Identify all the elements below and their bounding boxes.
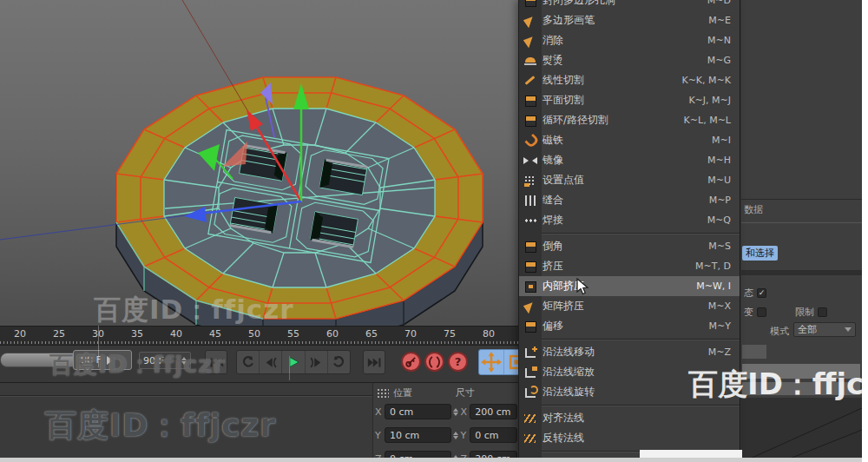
animation-toolbar: 90 F 90 F	[0, 345, 518, 382]
menu-item-set-point-value[interactable]: 设置点值 M~U	[519, 170, 740, 190]
position-x-spinner[interactable]	[453, 408, 458, 416]
scale-tool-button[interactable]	[504, 350, 518, 374]
field-block[interactable]	[742, 345, 766, 359]
axis-label-y: Y	[375, 430, 383, 441]
menu-item-smooth-shift[interactable]: 偏移 M~Y	[519, 316, 740, 336]
position-y-spinner[interactable]	[453, 432, 458, 439]
menu-item-close-polygon-hole[interactable]: 封闭多边形孔洞 M~D	[519, 0, 740, 10]
previous-key-button[interactable]	[237, 351, 260, 373]
next-key-button[interactable]	[328, 351, 350, 373]
menu-item-align-normals[interactable]: 对齐法线	[519, 408, 740, 428]
menu-item-polygon-pen[interactable]: 多边形画笔 M~E	[519, 10, 740, 30]
ruler-tick-dots	[0, 341, 518, 344]
end-frame-field[interactable]: 90 F	[139, 352, 191, 369]
checkbox-checked[interactable]: ✓	[757, 288, 766, 298]
move-tool-button[interactable]	[479, 350, 504, 374]
menu-item-label: 封闭多边形孔洞	[542, 0, 707, 8]
menu-separator	[519, 230, 740, 236]
previous-key-icon	[241, 356, 254, 369]
menu-item-label: 平面切割	[542, 93, 688, 108]
menu-item-line-cut[interactable]: 线性切割 K~K, M~K	[519, 70, 740, 90]
menu-item-plane-cut[interactable]: 平面切割 K~J, M~J	[519, 90, 740, 110]
set-point-value-icon	[523, 174, 538, 188]
menu-item-shortcut: M~G	[707, 55, 731, 66]
menu-item-dissolve[interactable]: 消除 M~N	[519, 30, 740, 50]
goto-start-button[interactable]	[205, 350, 227, 374]
size-x-field[interactable]: 200 cm	[470, 404, 517, 419]
frame-spinner[interactable]	[181, 357, 187, 365]
menu-item-weld[interactable]: 焊接 M~Q	[519, 210, 740, 230]
grid-icon	[377, 388, 389, 398]
viewport-3d[interactable]	[0, 0, 518, 326]
axis-label-x: X	[375, 406, 383, 418]
size-y-field[interactable]: 0 cm	[470, 427, 517, 443]
field-bar[interactable]	[742, 364, 860, 379]
record-active-objects-button[interactable]	[401, 352, 421, 372]
position-x-field[interactable]: 0 cm	[385, 404, 451, 419]
menu-separator	[519, 336, 740, 342]
goto-end-button[interactable]	[363, 350, 385, 374]
previous-frame-button[interactable]	[260, 351, 282, 373]
menu-item-move-along-normals[interactable]: 沿法线移动 M~Z	[519, 342, 740, 362]
autokeying-button[interactable]	[424, 352, 444, 372]
ruler-tick: 70	[404, 328, 417, 340]
ruler-tick: 60	[326, 328, 339, 340]
menu-item-matrix-extrude[interactable]: 矩阵挤压 M~X	[519, 296, 740, 316]
edit-context-menu: 封闭多边形孔洞 M~D 多边形画笔 M~E 消除 M~N 熨烫 M~G 线性切割…	[518, 0, 740, 462]
timeline-slider-handle[interactable]: 90 F	[73, 350, 132, 370]
menu-item-shortcut: M~Q	[707, 214, 731, 226]
menu-item-label: 倒角	[542, 239, 708, 254]
coordinates-panel: 位置 尺寸 X 0 cm X 200 cm Y 10 cm Y 0 cm Z 0…	[372, 382, 518, 462]
play-button[interactable]	[282, 351, 305, 373]
plane-cut-icon	[523, 94, 538, 108]
ruler-tick: 65	[365, 328, 378, 340]
application-window: 百度ID：ffjczr 百度ID：ffjczr 百度ID：ffjczr 20 2…	[0, 0, 868, 462]
menu-item-extrude-inner[interactable]: 内部挤压 M~W, I	[519, 276, 740, 296]
menu-item-reverse-normals[interactable]: 反转法线	[519, 428, 740, 448]
menu-item-label: 焊接	[542, 213, 707, 228]
menu-item-extrude[interactable]: 挤压 M~T, D	[519, 256, 740, 276]
next-frame-button[interactable]	[306, 351, 328, 373]
menu-item-label: 磁铁	[542, 133, 712, 148]
bottom-panel	[0, 382, 372, 462]
menu-item-shortcut: M~Y	[709, 320, 731, 332]
menu-item-scale-along-normals[interactable]: 沿法线缩放	[519, 362, 740, 382]
mode-value: 全部	[798, 323, 817, 336]
ruler-tick: 25	[53, 328, 65, 340]
menu-item-shortcut: K~K, M~K	[681, 75, 731, 86]
menu-item-magnet[interactable]: 磁铁 M~I	[519, 130, 740, 150]
menu-item-shortcut: M~T, D	[695, 261, 731, 272]
field-bar[interactable]	[742, 382, 860, 395]
timeline-ruler[interactable]: 20 25 30 35 40 45 50 55 60 65 70 75 80	[0, 326, 518, 345]
ruler-tick: 35	[131, 328, 143, 340]
bevel-icon	[523, 240, 538, 254]
option-label-fragment: 变	[744, 306, 753, 319]
menu-separator	[519, 402, 740, 408]
menu-item-shortcut: M~Z	[708, 346, 731, 358]
selected-tab-fragment[interactable]: 和选择	[742, 246, 778, 261]
menu-item-mirror[interactable]: 镜像 M~H	[519, 150, 740, 170]
checkbox-unchecked[interactable]	[757, 307, 766, 317]
menu-item-bevel[interactable]: 倒角 M~S	[519, 236, 740, 256]
keyframe-selection-button[interactable]: ?	[448, 352, 468, 372]
line-cut-icon	[523, 74, 538, 88]
chevron-down-icon	[845, 327, 852, 332]
smooth-shift-icon	[523, 320, 538, 333]
mirror-icon	[523, 154, 538, 168]
menu-item-loop-path-cut[interactable]: 循环/路径切割 K~L, M~L	[519, 110, 740, 130]
checkbox-unchecked[interactable]	[818, 307, 827, 317]
goto-start-icon	[209, 357, 224, 368]
menu-item-stitch-and-sew[interactable]: 缝合 M~P	[519, 190, 740, 210]
position-y-field[interactable]: 10 cm	[385, 427, 451, 443]
stitch-and-sew-icon	[523, 194, 538, 208]
size-axis-label-y: Y	[460, 430, 468, 441]
menu-item-shortcut: M~D	[707, 0, 731, 6]
ruler-tick: 45	[209, 328, 221, 340]
menu-item-shortcut: M~H	[707, 155, 731, 166]
polygon-pen-icon	[523, 14, 538, 28]
menu-item-iron[interactable]: 熨烫 M~G	[519, 50, 740, 70]
mode-dropdown[interactable]: 全部	[793, 322, 856, 337]
panel-lower-area	[741, 398, 862, 462]
move-tool-icon	[481, 352, 502, 373]
menu-item-rotate-along-normals[interactable]: 沿法线旋转	[519, 382, 740, 402]
